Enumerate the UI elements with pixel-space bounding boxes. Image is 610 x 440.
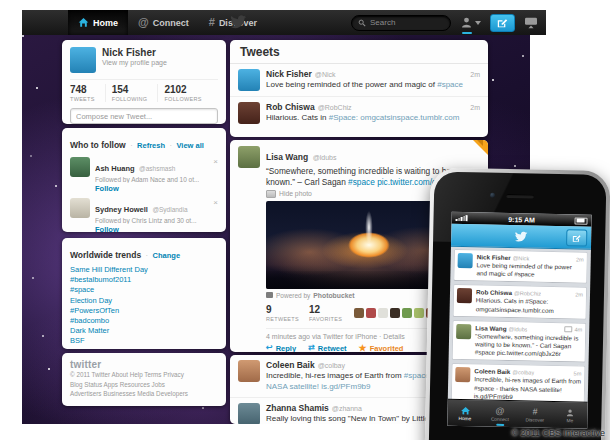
tweet-author[interactable]: Rob Chiswa — [266, 102, 315, 112]
who-to-follow-card: Who to follow · Refresh · View all Ash H… — [62, 128, 226, 232]
tweet-text: Love being reminded of the power and mag… — [476, 261, 583, 280]
view-profile-link[interactable]: View my profile page — [102, 59, 167, 66]
stat-following[interactable]: 154 FOLLOWING — [112, 84, 159, 102]
tweet-row[interactable]: Lisa Wang @ldubs 4m “Somewhere, somethin… — [452, 320, 587, 363]
suggestion-name[interactable]: Sydney Howell — [95, 205, 148, 214]
search-input[interactable]: Search — [351, 15, 451, 31]
earpiece-speaker — [506, 194, 534, 199]
avatar[interactable] — [402, 308, 412, 318]
tweet-time: 2m — [470, 104, 480, 111]
tab-home[interactable]: Home — [447, 400, 483, 427]
tweet-time: 2m — [575, 292, 583, 298]
trend-link[interactable]: #bestalbumof2011 — [70, 275, 218, 285]
change-trends-link[interactable]: Change — [153, 251, 181, 260]
tweet-time: 2m — [470, 71, 480, 78]
profile-name[interactable]: Nick Fisher — [102, 47, 167, 58]
trend-link[interactable]: Election Day — [70, 296, 218, 306]
footer-links-line[interactable]: © 2011 Twitter About Help Terms Privacy — [70, 371, 218, 380]
front-camera-icon — [490, 193, 495, 198]
favorited-button[interactable]: ★Favorited — [359, 344, 404, 352]
tweet-author[interactable]: Coleen Baik — [266, 360, 315, 370]
retweet-button[interactable]: ⇄Retweet — [308, 344, 346, 352]
stat-followers[interactable]: 2102 FOLLOWERS — [164, 84, 211, 102]
refresh-link[interactable]: Refresh — [137, 141, 165, 150]
compose-tweet-input[interactable] — [70, 108, 218, 124]
trend-link[interactable]: Dark Matter — [70, 326, 218, 336]
avatar[interactable] — [238, 102, 260, 124]
reply-button[interactable]: ↩Reply — [266, 344, 296, 352]
tweet-row[interactable]: Rob Chiswa @RobChiz 2m Hilarious. Cats i… — [230, 97, 488, 129]
avatar[interactable] — [238, 360, 260, 382]
tweet-row[interactable]: Rob Chiswa @RobChiz 2m Hilarious. Cats i… — [453, 284, 588, 319]
footer-card: twitter © 2011 Twitter About Help Terms … — [62, 353, 226, 406]
avatar[interactable] — [238, 403, 260, 424]
url-link[interactable]: omgcatsinspace.tumblr.com — [358, 113, 459, 122]
stat-tweets[interactable]: 748 TWEETS — [70, 84, 106, 102]
tweet-author[interactable]: Zhanna Shamis — [266, 403, 329, 413]
avatar[interactable] — [238, 146, 260, 168]
trend-link[interactable]: BSF — [70, 336, 218, 346]
compose-tweet-button[interactable] — [566, 229, 587, 246]
tweet-body: Hilarious. Cats in — [266, 113, 329, 122]
stat-label: TWEETS — [70, 96, 95, 102]
trend-link[interactable]: #space — [70, 285, 218, 295]
tweet-handle: @zhanna — [332, 405, 362, 412]
nav-home[interactable]: Home — [68, 10, 128, 35]
tweet-author[interactable]: Lisa Wang — [266, 152, 308, 162]
follow-button[interactable]: Follow — [95, 225, 197, 232]
avatar[interactable] — [414, 308, 424, 318]
footer-links-line[interactable]: Blog Status Apps Resources Jobs — [70, 381, 218, 390]
tweet-author[interactable]: Nick Fisher — [266, 69, 312, 79]
screen-share-icon[interactable] — [524, 17, 538, 29]
hash-icon: # — [209, 17, 215, 28]
nav-connect[interactable]: @ Connect — [128, 10, 199, 35]
profile-menu[interactable] — [460, 16, 481, 29]
follow-button[interactable]: Follow — [95, 184, 199, 193]
avatar[interactable] — [238, 69, 260, 91]
tweet-row[interactable]: Coleen Baik @colbay 5m Incredible, hi-re… — [451, 363, 586, 402]
photobucket-link[interactable]: Photobucket — [313, 292, 354, 299]
twitter-wordmark: twitter — [70, 359, 218, 370]
followed-by: Followed by Adam Nace and 10 ot... — [95, 176, 199, 183]
tweet-body: Love being reminded of the power and mag… — [266, 80, 437, 89]
avatar[interactable] — [70, 157, 90, 177]
avatar[interactable] — [390, 308, 400, 318]
new-items-indicator — [496, 424, 504, 426]
tweet-row[interactable]: Nick Fisher @Nick 2m Love being reminded… — [230, 64, 488, 97]
tab-discover[interactable]: # Discover — [517, 401, 553, 428]
stream-title: Tweets — [230, 40, 488, 64]
trend-link[interactable]: Christmas — [70, 347, 218, 349]
hashtag-link[interactable]: #Space: — [329, 113, 358, 122]
tweet-text: Hilarious. Cats in #Space: omgcatsinspac… — [266, 113, 480, 124]
separator: · — [130, 141, 133, 150]
tab-connect[interactable]: @ Connect — [482, 401, 518, 428]
tweet-handle: @colbay — [512, 370, 534, 376]
trend-link[interactable]: #PowersOfTen — [70, 306, 218, 316]
tab-me[interactable]: Me — [552, 402, 588, 429]
compose-icon — [572, 233, 581, 242]
favorite-count[interactable]: 12 FAVORITES — [309, 304, 342, 322]
search-icon — [358, 19, 366, 27]
dismiss-icon[interactable]: × — [213, 199, 218, 207]
compose-tweet-button[interactable] — [490, 14, 515, 32]
at-icon: @ — [496, 406, 505, 415]
hashtag-link[interactable]: #space — [437, 80, 463, 89]
trend-link[interactable]: Same Hill Different Day — [70, 265, 218, 275]
avatar[interactable] — [366, 308, 376, 318]
reply-icon: ↩ — [266, 344, 273, 352]
compose-icon — [497, 17, 508, 28]
avatar — [455, 367, 470, 382]
avatar[interactable] — [378, 308, 388, 318]
suggestion-name[interactable]: Ash Huang — [95, 164, 135, 173]
tweet-row[interactable]: Nick Fisher @Nick 2m Love being reminded… — [453, 249, 588, 284]
footer-links-line[interactable]: Advertisers Businesses Media Developers — [70, 390, 218, 399]
hide-photo-label: Hide photo — [279, 190, 312, 197]
view-all-link[interactable]: View all — [176, 141, 203, 150]
dismiss-icon[interactable]: × — [213, 158, 218, 166]
retweet-count[interactable]: 9 RETWEETS — [266, 304, 299, 322]
avatar[interactable] — [70, 47, 96, 73]
avatar[interactable] — [70, 198, 90, 218]
avatar[interactable] — [354, 308, 364, 318]
trend-link[interactable]: #badcombo — [70, 316, 218, 326]
tweet-handle: @colbay — [318, 362, 345, 369]
